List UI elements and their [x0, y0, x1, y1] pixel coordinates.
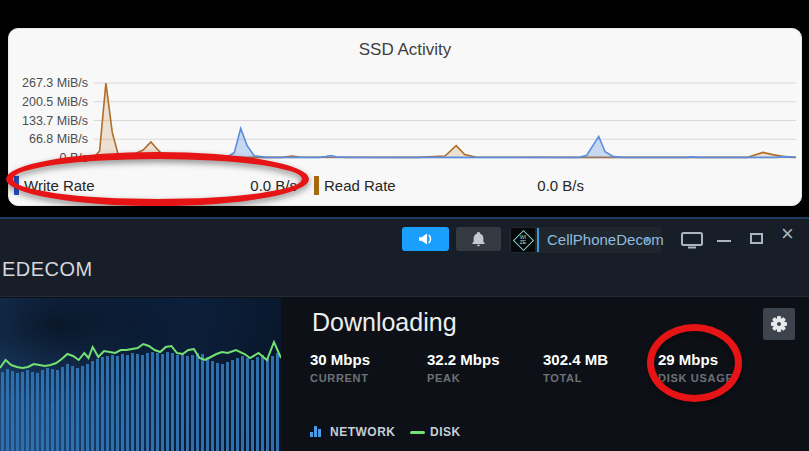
avatar: WI ZE	[511, 228, 535, 252]
gear-icon	[771, 316, 787, 332]
maximize-button[interactable]	[750, 233, 763, 244]
bell-icon	[471, 231, 486, 247]
downloading-title: Downloading	[312, 308, 457, 337]
megaphone-icon	[418, 232, 434, 246]
network-legend-label: NETWORK	[330, 425, 396, 439]
y-tick-label: 133.7 MiB/s	[9, 113, 88, 129]
stat-value: 30 Mbps	[310, 351, 422, 368]
notifications-button[interactable]	[456, 227, 501, 251]
network-bars-icon	[310, 426, 322, 437]
y-tick-label: 200.5 MiB/s	[9, 94, 88, 110]
stat-current: 30 Mbps CURRENT	[310, 351, 422, 384]
stat-label: CURRENT	[310, 372, 422, 384]
stat-value: 32.2 Mbps	[427, 351, 539, 368]
download-settings-button[interactable]	[763, 308, 795, 340]
steam-topbar: WI ZE CellPhoneDecom ×	[0, 219, 809, 261]
network-disk-graph	[0, 298, 281, 451]
stat-label: PEAK	[427, 372, 539, 384]
user-menu[interactable]: WI ZE CellPhoneDecom	[509, 227, 661, 253]
disk-line-icon	[410, 431, 425, 434]
download-activity-graph	[0, 298, 281, 451]
announcements-button[interactable]	[402, 227, 449, 251]
stat-total: 302.4 MB TOTAL	[543, 351, 655, 384]
page-title-truncated: EDECOM	[2, 258, 93, 281]
big-picture-button[interactable]	[681, 232, 703, 249]
stat-peak: 32.2 Mbps PEAK	[427, 351, 539, 384]
y-tick-label: 66.8 MiB/s	[9, 131, 88, 147]
close-button[interactable]: ×	[781, 221, 794, 247]
online-status-indicator	[537, 228, 539, 252]
y-tick-label: 267.3 MiB/s	[9, 75, 88, 91]
minimize-button[interactable]	[717, 240, 731, 242]
read-rate-marker	[314, 176, 319, 195]
avatar-monogram: WI ZE	[511, 235, 535, 245]
stat-label: TOTAL	[543, 372, 655, 384]
stat-value: 302.4 MB	[543, 351, 655, 368]
monitor-icon	[682, 233, 702, 245]
read-rate-label: Read Rate	[324, 177, 396, 194]
annotation-ellipse-write-rate	[6, 152, 309, 206]
read-rate-value: 0.0 B/s	[484, 177, 584, 194]
disk-legend-label: DISK	[430, 425, 461, 439]
annotation-circle-disk-usage	[647, 324, 742, 402]
chevron-down-icon	[643, 238, 651, 243]
